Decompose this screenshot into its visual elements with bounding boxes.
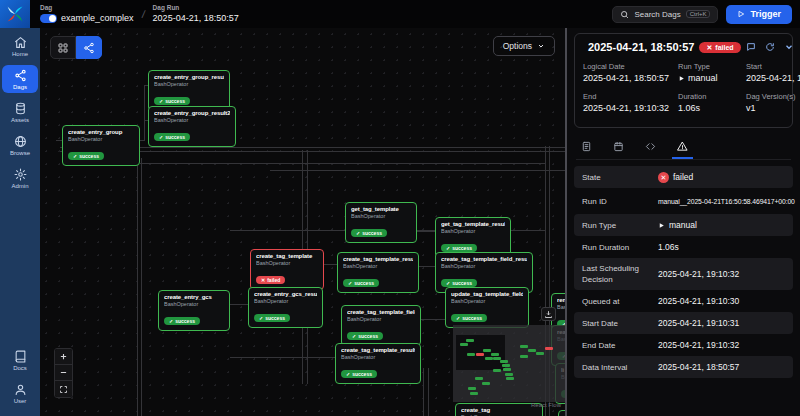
minimap[interactable]: [453, 325, 565, 402]
detail-label: Start Date: [582, 318, 658, 329]
app-root: Dag example_complex / Dag Run 2025-04-21…: [0, 0, 800, 416]
zoom-out-button[interactable]: [55, 365, 72, 381]
minimap-node: [536, 352, 544, 355]
meta-start: Start2025-04-21, 19:10:31: [746, 62, 800, 83]
zoom-in-button[interactable]: [55, 349, 72, 365]
minimap-node: [503, 368, 511, 371]
sidebar-item-home[interactable]: Home: [2, 32, 38, 60]
detail-row-last-scheduling-decision: Last Scheduling Decision2025-04-21, 19:1…: [574, 258, 793, 290]
meta-value: 2025-04-21, 18:50:57: [583, 73, 678, 83]
detail-label: Queued at: [582, 296, 658, 307]
task-node-create_entry_group_result2[interactable]: create_entry_group_result2BashOperator✓s…: [148, 106, 236, 147]
grid-view-button[interactable]: [50, 36, 76, 59]
detail-row-state: State✕ failed: [574, 166, 793, 188]
sidebar-item-browse[interactable]: Browse: [2, 131, 38, 159]
graph-edge: [137, 158, 138, 416]
task-operator-label: BashOperator: [154, 81, 224, 87]
tab-document[interactable]: [576, 137, 597, 159]
sidebar-item-assets[interactable]: Assets: [2, 98, 38, 126]
minimap-node: [460, 343, 468, 346]
minimap-node: [470, 392, 478, 395]
task-node-create_entry_gcs_result[interactable]: create_entry_gcs_resultBashOperator✓succ…: [248, 287, 323, 328]
graph-canvas[interactable]: create_entry_groupBashOperator✓successcr…: [40, 28, 565, 416]
run-state-badge: ✕failed: [699, 42, 740, 53]
sidebar-item-label: Home: [12, 51, 28, 57]
task-operator-label: BashOperator: [68, 136, 134, 142]
run-summary-card: 2025-04-21, 18:50:57 ✕failed Logical Dat…: [574, 33, 793, 128]
graph-edge: [230, 357, 335, 358]
run-header-actions: [746, 42, 794, 52]
detail-value: 2025-04-21, 19:10:30: [658, 296, 785, 306]
play-icon: [658, 222, 665, 229]
check-icon: ✓: [352, 333, 356, 339]
document-icon: [581, 141, 592, 152]
airflow-logo[interactable]: [0, 0, 30, 28]
dag-run-value[interactable]: 2025-04-21, 18:50:57: [153, 13, 239, 23]
check-icon: ✓: [159, 134, 163, 140]
dag-pause-toggle[interactable]: [40, 14, 57, 23]
sidebar-item-admin[interactable]: Admin: [2, 164, 38, 192]
task-node-create_tag_template_result[interactable]: create_tag_template_resultBashOperator✓s…: [337, 252, 419, 293]
task-node-create_entry_group_result[interactable]: create_entry_group_resultBashOperator✓su…: [148, 70, 230, 111]
task-node-create_entry_group[interactable]: create_entry_groupBashOperator✓success: [62, 125, 140, 166]
task-node-create_tag_template_result2[interactable]: create_tag_template_result2BashOperator✓…: [335, 343, 421, 384]
sidebar-item-label: User: [14, 398, 27, 404]
detail-value: ✕ failed: [658, 172, 785, 183]
task-state-pill: ✓success: [441, 244, 477, 252]
sidebar-item-user[interactable]: User: [2, 379, 38, 407]
task-operator-label: BashOperator: [254, 298, 317, 304]
task-node-title: create_tag_template_result2: [341, 347, 415, 353]
top-bar: Dag example_complex / Dag Run 2025-04-21…: [0, 0, 800, 28]
task-node-update_tag_template_field[interactable]: update_tag_template_fieldBashOperator✓su…: [445, 287, 529, 328]
task-node-create_entry_gcs[interactable]: create_entry_gcsBashOperator✓success: [158, 290, 230, 331]
detail-label: Last Scheduling Decision: [582, 263, 658, 285]
fit-view-button[interactable]: [55, 381, 72, 397]
task-node-get_tag_template[interactable]: get_tag_templateBashOperator✓success: [345, 202, 417, 243]
search-dags-button[interactable]: Search Dags Ctrl+K: [612, 6, 718, 23]
database-icon: [14, 102, 27, 115]
chevron-down-icon[interactable]: [784, 42, 794, 52]
minimap-node: [545, 347, 553, 350]
minimap-node: [500, 360, 508, 363]
dagrun-breadcrumb: Dag Run 2025-04-21, 18:50:57: [153, 4, 239, 24]
detail-row-run-id: Run IDmanual__2025-04-21T16:50:58.469417…: [574, 188, 793, 214]
graph-edge: [141, 158, 142, 416]
task-node-title: update_tag_template_field: [451, 291, 523, 297]
task-node-create_tag_template_field[interactable]: create_tag_template_fieldBashOperator✓su…: [341, 305, 421, 346]
detail-value: 2025-04-21, 19:10:31: [658, 318, 785, 328]
task-node-create_tag_template[interactable]: create_tag_templateBashOperator✕failed: [250, 249, 324, 290]
minimap-node: [491, 353, 499, 356]
note-icon[interactable]: [746, 42, 756, 52]
run-meta-grid: Logical Date2025-04-21, 18:50:57Run Type…: [583, 62, 784, 119]
sidebar-item-label: Admin: [11, 183, 28, 189]
details-icon: [677, 141, 688, 152]
tab-code[interactable]: [640, 137, 661, 159]
minus-icon: [59, 368, 68, 377]
trigger-button[interactable]: Trigger: [726, 5, 792, 24]
tab-details[interactable]: [672, 137, 693, 159]
detail-label: Run Duration: [582, 242, 658, 253]
task-node-up_partial[interactable]: upBashOperator✓success: [558, 410, 565, 416]
task-state-pill: ✓success: [154, 97, 190, 105]
graph-edge: [140, 140, 144, 141]
options-button[interactable]: Options: [493, 36, 555, 56]
graph-edge: [428, 368, 429, 416]
download-graph-button[interactable]: [541, 307, 556, 321]
play-icon: [678, 75, 685, 82]
airflow-pinwheel-icon: [6, 5, 24, 23]
dag-name-link[interactable]: example_complex: [61, 13, 134, 23]
graph-view-button[interactable]: [76, 36, 102, 59]
reactflow-attribution[interactable]: React Flow: [531, 402, 561, 408]
task-node-create_tag[interactable]: create_tagBashOperator✓success: [455, 403, 543, 416]
sidebar-item-docs[interactable]: Docs: [2, 346, 38, 374]
minimap-node: [528, 349, 536, 352]
task-state-pill: ✓success: [347, 332, 383, 340]
refresh-icon[interactable]: [765, 42, 775, 52]
task-operator-label: BashOperator: [154, 117, 230, 123]
run-details-panel: 2025-04-21, 18:50:57 ✕failed Logical Dat…: [565, 28, 800, 416]
panel-tabs: [576, 137, 791, 160]
sidebar-item-dags[interactable]: Dags: [2, 65, 38, 93]
tab-calendar[interactable]: [608, 137, 629, 159]
meta-value: 1.06s: [678, 103, 746, 113]
check-icon: ✓: [446, 245, 450, 251]
